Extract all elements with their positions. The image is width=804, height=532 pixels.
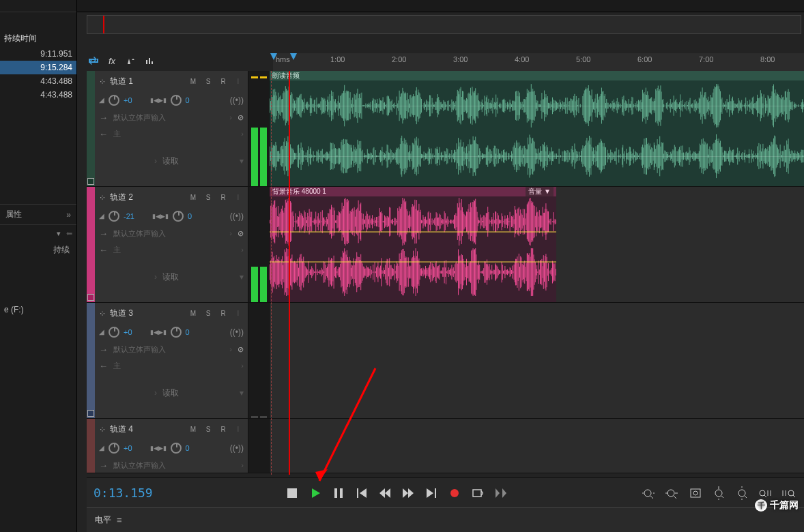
clip-volume-dropdown[interactable]: 音量 ▼ [526, 187, 554, 196]
output-route[interactable]: ←主› [95, 357, 248, 374]
record-arm-button[interactable]: R [218, 425, 229, 434]
timecode-display[interactable]: 0:13.159 [94, 486, 153, 500]
track-color-strip[interactable] [87, 419, 95, 473]
skip-selection-button[interactable] [491, 484, 511, 503]
track-2: ⁘ 轨道 2 M S R I ◢ -21 ▮◀▶▮ 0 ((•)) →默认立体声… [87, 187, 804, 303]
svg-rect-1355 [282, 206, 283, 238]
send-icon[interactable] [125, 55, 137, 67]
overview-timeline[interactable] [87, 15, 801, 34]
pan-knob[interactable] [171, 95, 182, 106]
track-name[interactable]: 轨道 1 [110, 76, 184, 87]
pan-value[interactable]: 0 [186, 96, 190, 104]
track-lane[interactable] [270, 419, 804, 473]
volume-knob[interactable] [109, 95, 119, 106]
time-ruler[interactable]: hms 1:00 2:00 3:00 4:00 5:00 6:00 7:00 8… [273, 53, 804, 71]
volume-knob[interactable] [109, 327, 119, 338]
volume-knob[interactable] [109, 211, 119, 222]
svg-rect-1402 [320, 212, 321, 232]
volume-value[interactable]: +0 [124, 444, 132, 452]
volume-value[interactable]: +0 [124, 96, 132, 104]
zoom-fit-icon[interactable] [687, 484, 704, 503]
input-route[interactable]: →默认立体声输入›⊘ [95, 225, 248, 241]
volume-value[interactable]: -21 [124, 212, 134, 220]
solo-button[interactable]: S [203, 193, 214, 203]
track-color-strip[interactable] [87, 303, 95, 418]
monitor-button[interactable]: I [233, 77, 244, 87]
pan-knob[interactable] [173, 211, 184, 222]
audio-clip-narration[interactable]: 朗读音频 [270, 71, 804, 186]
zoom-in-amp-icon[interactable] [710, 484, 728, 503]
duration-row[interactable]: 9:11.951 [0, 47, 76, 61]
volume-knob[interactable] [109, 443, 119, 454]
loop-playback-button[interactable] [468, 484, 488, 503]
track-name[interactable]: 轨道 4 [110, 424, 184, 435]
solo-button[interactable]: S [203, 309, 214, 319]
record-arm-button[interactable]: R [218, 77, 229, 87]
mute-button[interactable]: M [188, 425, 199, 434]
fx-icon[interactable]: fx [106, 55, 118, 67]
sidebar: 持续时间 9:11.951 9:15.284 4:43.488 4:43.488… [0, 0, 77, 532]
pan-knob[interactable] [171, 443, 182, 454]
input-route[interactable]: →默认立体声输入›⊘ [95, 341, 248, 357]
duration-row-selected[interactable]: 9:15.284 [0, 61, 76, 74]
stop-button[interactable] [282, 484, 302, 503]
mute-button[interactable]: M [188, 193, 199, 203]
level-panel-label[interactable]: 电平 [95, 514, 111, 526]
in-marker-icon[interactable] [270, 53, 283, 65]
automation-mode[interactable]: ›读取▾ [95, 385, 248, 401]
monitor-button[interactable]: I [233, 309, 244, 319]
duration-row[interactable]: 4:43.488 [0, 88, 76, 102]
forward-button[interactable] [398, 484, 418, 503]
automation-mode[interactable]: ›读取▾ [95, 153, 248, 169]
track-lane[interactable]: 朗读音频 [270, 71, 804, 186]
panel-menu-icon[interactable]: ≡ [117, 515, 122, 525]
output-route[interactable]: ←主› [95, 125, 248, 142]
monitor-button[interactable]: I [233, 425, 244, 434]
duration-row[interactable]: 4:43.488 [0, 74, 76, 88]
waveform-icon: ⁘ [99, 77, 106, 87]
track-lane[interactable]: 背景音乐 48000 1 音量 ▼ [270, 187, 804, 302]
pan-value[interactable]: 0 [186, 444, 190, 452]
phase-icon[interactable]: ⊘ [238, 345, 244, 354]
monitor-button[interactable]: I [233, 193, 244, 203]
track-name[interactable]: 轨道 3 [110, 308, 184, 319]
back-icon[interactable]: ⬅ [66, 229, 72, 238]
go-to-start-button[interactable] [351, 484, 372, 503]
track-lane[interactable] [270, 303, 804, 418]
record-button[interactable] [444, 484, 465, 503]
record-arm-button[interactable]: R [218, 193, 229, 203]
pan-value[interactable]: 0 [188, 212, 192, 220]
zoom-out-amp-icon[interactable] [733, 484, 751, 503]
track-color-strip[interactable] [87, 71, 95, 186]
record-arm-button[interactable]: R [218, 309, 229, 319]
mute-button[interactable]: M [188, 77, 199, 87]
drive-label[interactable]: e (F:) [0, 299, 76, 320]
audio-clip-bgmusic[interactable]: 背景音乐 48000 1 音量 ▼ [270, 187, 556, 302]
volume-value[interactable]: +0 [124, 328, 132, 336]
input-route[interactable]: →默认立体声输入›⊘ [95, 109, 248, 125]
playhead-marker-icon[interactable] [288, 53, 300, 65]
properties-panel-header[interactable]: 属性 » [0, 204, 76, 225]
solo-button[interactable]: S [203, 425, 214, 434]
loop-icon[interactable] [87, 55, 99, 67]
track-name[interactable]: 轨道 2 [110, 192, 184, 203]
solo-button[interactable]: S [203, 77, 214, 87]
zoom-out-time-icon[interactable] [663, 484, 681, 503]
zoom-in-time-icon[interactable] [640, 484, 658, 503]
phase-icon[interactable]: ⊘ [238, 113, 244, 122]
bars-icon[interactable] [144, 55, 156, 67]
track-color-strip[interactable] [87, 187, 95, 302]
phase-icon[interactable]: ⊘ [238, 229, 244, 238]
rewind-button[interactable] [375, 484, 395, 503]
svg-rect-1612 [492, 220, 493, 224]
output-route[interactable]: ←主› [95, 241, 248, 258]
play-button[interactable] [305, 484, 326, 503]
input-route[interactable]: →默认立体声输入› [95, 457, 248, 473]
pan-value[interactable]: 0 [186, 328, 190, 336]
go-to-end-button[interactable] [421, 484, 442, 503]
mute-button[interactable]: M [188, 309, 199, 319]
svg-rect-1678 [547, 209, 547, 235]
pan-knob[interactable] [171, 327, 182, 338]
automation-mode[interactable]: ›读取▾ [95, 269, 248, 285]
pause-button[interactable] [328, 484, 349, 503]
